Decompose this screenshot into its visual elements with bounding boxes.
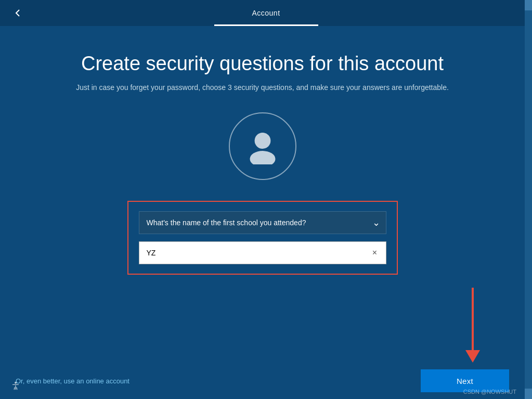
scrollbar-thumb-bottom xyxy=(525,389,532,399)
header-tab-indicator xyxy=(214,24,318,26)
scrollbar-track[interactable] xyxy=(525,0,532,399)
red-arrow-head xyxy=(465,350,480,363)
svg-point-0 xyxy=(254,133,270,149)
svg-point-2 xyxy=(15,382,17,384)
user-icon xyxy=(244,128,281,164)
header-title: Account xyxy=(252,9,280,17)
header: Account xyxy=(0,0,532,26)
security-question-select[interactable]: What's the name of the first school you … xyxy=(139,211,386,234)
red-arrow-line xyxy=(472,288,474,350)
red-arrow-annotation xyxy=(465,288,480,363)
clear-input-button[interactable]: × xyxy=(369,247,381,259)
back-button[interactable] xyxy=(8,4,27,22)
avatar-container xyxy=(229,112,296,180)
watermark: CSDN @NOWSHUT xyxy=(463,389,516,395)
form-section: What's the name of the first school you … xyxy=(127,201,398,275)
security-question-dropdown-container: What's the name of the first school you … xyxy=(139,211,386,234)
accessibility-button[interactable] xyxy=(8,379,23,394)
scrollbar-thumb-top xyxy=(525,0,532,10)
accessibility-icon xyxy=(10,381,21,392)
svg-point-1 xyxy=(250,151,275,164)
page-title: Create security questions for this accou… xyxy=(81,52,444,76)
online-account-link[interactable]: Or, even better, use an online account xyxy=(16,377,129,385)
answer-input-container: × xyxy=(139,241,386,264)
bottom-bar: Or, even better, use an online account N… xyxy=(0,363,525,399)
avatar xyxy=(229,112,296,180)
main-content: Create security questions for this accou… xyxy=(0,26,525,275)
answer-input[interactable] xyxy=(139,241,386,264)
page-subtitle: Just in case you forget your password, c… xyxy=(76,83,449,92)
back-arrow-icon xyxy=(11,7,24,19)
